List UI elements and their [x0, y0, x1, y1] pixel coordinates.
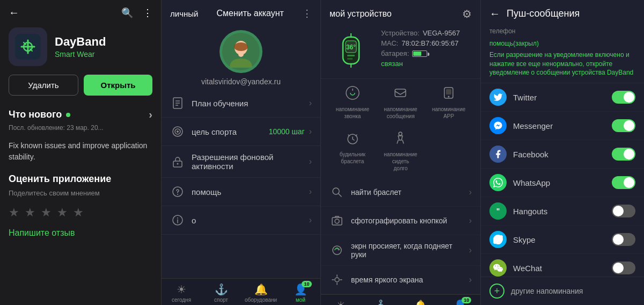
- device-label: Устройство:: [381, 29, 420, 37]
- action-grid: напоминаниезвонка напоминаниесообщения н…: [321, 78, 480, 178]
- add-more-button[interactable]: + другие напоминания: [481, 277, 644, 305]
- nav-today-p3[interactable]: ☀ сегодня: [321, 298, 361, 305]
- find-bracelet-label: найти браслет: [351, 188, 469, 197]
- search-icon[interactable]: 🔍: [121, 7, 133, 19]
- account-type-label: личный: [170, 9, 198, 18]
- star-5[interactable]: ★: [73, 206, 84, 220]
- action-call-reminder[interactable]: напоминаниезвонка: [330, 81, 376, 124]
- hangouts-icon: ": [489, 202, 507, 220]
- menu-item-plan-label: План обучения: [192, 99, 309, 108]
- app-reminder-icon: [441, 85, 456, 104]
- star-3[interactable]: ★: [41, 206, 52, 220]
- nav-badge-p3: 10: [462, 297, 471, 303]
- device-icon: 🔔: [254, 283, 268, 296]
- more-icon[interactable]: ⋮: [143, 7, 152, 19]
- device-name-row: Устройство: VEGA-9567: [381, 29, 472, 37]
- notif-whatsapp: WhatsApp: [481, 169, 644, 197]
- back-button[interactable]: ←: [9, 6, 19, 19]
- nav-sport-label: спорт: [214, 297, 228, 303]
- app-subtitle: Smart Wear: [55, 50, 106, 59]
- skype-toggle[interactable]: [612, 233, 635, 246]
- open-button[interactable]: Открыть: [84, 75, 152, 96]
- svg-point-35: [448, 96, 450, 98]
- device-visual-area: 36°: [330, 29, 372, 72]
- perm-chevron: ›: [309, 157, 312, 166]
- twitter-toggle[interactable]: [612, 91, 635, 104]
- device-menu-lift[interactable]: экрн просияет, когда подняет руки ›: [321, 235, 480, 266]
- app-name: DayBand: [55, 35, 106, 49]
- push-panel-title: Пуш-сообщения: [507, 8, 580, 19]
- find-icon: [330, 185, 345, 200]
- device-menu-photo[interactable]: сфотографировать кнопкой ›: [321, 207, 480, 235]
- lift-arrow: ›: [469, 245, 472, 255]
- menu-item-goal-label: цель спорта: [192, 127, 269, 136]
- photo-arrow: ›: [469, 216, 472, 226]
- about-chevron: ›: [309, 215, 312, 225]
- nav-device-p2[interactable]: 🔔 оборудовани: [241, 282, 281, 304]
- wechat-toggle[interactable]: [612, 262, 635, 274]
- menu-item-permissions[interactable]: Разрешения фоновой активности ›: [162, 146, 320, 178]
- app-title-group: DayBand Smart Wear: [55, 35, 106, 59]
- nav-my-p3[interactable]: 👤 10 мой: [441, 298, 480, 305]
- sport-icon-p3: ⚓: [374, 299, 387, 305]
- action-app-reminder[interactable]: напоминаниеAPP: [426, 81, 472, 124]
- delete-button[interactable]: Удалить: [9, 75, 78, 96]
- star-1[interactable]: ★: [9, 206, 19, 220]
- svg-point-37: [399, 132, 402, 135]
- facebook-label: Facebook: [513, 150, 612, 159]
- photo-icon: [330, 213, 345, 228]
- svg-point-18: [177, 163, 179, 165]
- device-image: 36°: [330, 29, 372, 72]
- bottom-nav-panel3: ☀ сегодня ⚓ спорт 🔔 оборудовани 👤 10 мой: [321, 294, 480, 305]
- star-4[interactable]: ★: [57, 206, 68, 220]
- menu-item-help[interactable]: помощь ›: [162, 178, 320, 206]
- device-menu-brightness[interactable]: время яркого экрана ›: [321, 266, 480, 294]
- permissions-icon: [170, 154, 185, 169]
- whatsapp-toggle[interactable]: [612, 176, 635, 189]
- goal-icon: [170, 124, 185, 139]
- bottom-nav-panel2: ☀ сегодня ⚓ спорт 🔔 оборудовани 👤 10 мой: [162, 278, 320, 305]
- action-sit-reminder[interactable]: напоминание сидетьдолго: [378, 126, 424, 176]
- messenger-toggle[interactable]: [612, 119, 635, 132]
- app-description: Fix known issues and improve application…: [0, 136, 161, 167]
- star-rating[interactable]: ★ ★ ★ ★ ★: [0, 202, 161, 226]
- whatsapp-icon: [489, 174, 507, 191]
- whats-new-section: Что нового ›: [0, 103, 161, 123]
- more-options-icon[interactable]: ⋮: [302, 8, 312, 19]
- settings-icon[interactable]: ⚙: [462, 8, 472, 20]
- whats-new-arrow[interactable]: ›: [149, 108, 152, 121]
- menu-item-help-label: помощь: [192, 187, 309, 197]
- today-icon-p3: ☀: [336, 299, 346, 305]
- menu-item-plan[interactable]: План обучения ›: [162, 89, 320, 118]
- nav-today-p2[interactable]: ☀ сегодня: [162, 282, 201, 304]
- plan-icon: [170, 96, 185, 111]
- facebook-toggle[interactable]: [612, 148, 635, 161]
- star-2[interactable]: ★: [25, 206, 35, 220]
- device-name-value: VEGA-9567: [423, 29, 460, 37]
- write-review-link[interactable]: Напишите отзыв: [0, 226, 161, 240]
- app-icon: [9, 27, 47, 66]
- nav-my-p2[interactable]: 👤 10 мой: [281, 282, 320, 304]
- nav-device-p3[interactable]: 🔔 оборудовани: [401, 298, 441, 305]
- push-back-button[interactable]: ←: [489, 8, 500, 20]
- nav-sport-p3[interactable]: ⚓ спорт: [361, 298, 400, 305]
- device-icon-p3: 🔔: [414, 299, 427, 305]
- rate-subtitle: Поделитесь своим мнением: [0, 188, 161, 202]
- menu-item-about[interactable]: о ›: [162, 206, 320, 235]
- nav-sport-p2[interactable]: ⚓ спорт: [201, 282, 241, 304]
- hangouts-toggle[interactable]: [612, 205, 635, 217]
- action-msg-reminder[interactable]: напоминаниесообщения: [378, 81, 424, 124]
- app-info: DayBand Smart Wear: [0, 23, 161, 72]
- msg-reminder-icon: [393, 85, 408, 104]
- switch-account-label[interactable]: Сменить аккаунт: [216, 9, 283, 18]
- menu-item-goal[interactable]: цель спорта 10000 шаг ›: [162, 118, 320, 146]
- svg-rect-32: [395, 89, 406, 97]
- find-arrow: ›: [469, 187, 472, 197]
- svg-point-9: [238, 52, 244, 57]
- rate-title: Оценить приложение: [0, 167, 161, 188]
- svg-point-42: [333, 246, 341, 255]
- action-alarm[interactable]: будильник браслета: [330, 126, 376, 176]
- new-dot: [66, 113, 70, 117]
- notif-hangouts: " Hangouts: [481, 197, 644, 226]
- device-menu-find[interactable]: найти браслет ›: [321, 178, 480, 207]
